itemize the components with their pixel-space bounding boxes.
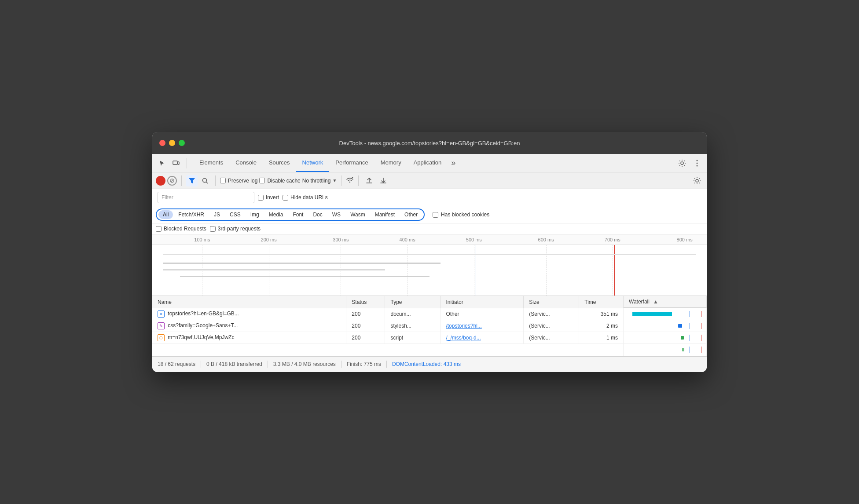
col-header-time[interactable]: Time <box>579 296 624 308</box>
col-header-type[interactable]: Type <box>385 296 441 308</box>
filter-doc[interactable]: Doc <box>308 210 327 219</box>
filter-manifest[interactable]: Manifest <box>371 210 399 219</box>
waterfall-marker-red-2 <box>701 323 701 329</box>
tab-console[interactable]: Console <box>229 154 263 172</box>
cell-waterfall-2 <box>624 320 707 332</box>
cell-size-3: (Servic... <box>524 332 579 343</box>
tab-memory[interactable]: Memory <box>374 154 407 172</box>
filter-input[interactable] <box>158 192 254 203</box>
chart-line-700 <box>613 245 613 296</box>
type-filters-row: All Fetch/XHR JS CSS Img Media Font Doc … <box>152 206 707 223</box>
ruler-mark-300: 300 ms <box>333 237 349 242</box>
waterfall-bar-1 <box>632 312 672 316</box>
invert-checkbox[interactable]: Invert <box>258 194 279 201</box>
stop-button[interactable] <box>167 176 177 186</box>
timeline-overview-bar <box>163 254 696 255</box>
search-icon[interactable] <box>199 175 211 186</box>
toolbar-divider <box>187 158 187 168</box>
tab-elements[interactable]: Elements <box>193 154 229 172</box>
waterfall-marker-red-extra <box>701 347 701 353</box>
second-toolbar-divider3 <box>341 175 341 186</box>
second-toolbar-divider4 <box>358 175 359 186</box>
more-options-icon[interactable] <box>691 157 703 169</box>
second-toolbar-divider2 <box>215 175 216 186</box>
filter-css[interactable]: CSS <box>225 210 245 219</box>
throttle-dropdown[interactable]: No throttling ▼ <box>302 178 337 184</box>
ruler-mark-800: 800 ms <box>677 237 693 242</box>
filter-img[interactable]: Img <box>246 210 264 219</box>
table-row[interactable]: ⬡ m=n73qwf,UUJqVe,MpJwZc 200 script /_/m… <box>152 332 707 343</box>
cell-name-2: ✎ css?family=Google+Sans+T... <box>152 320 346 332</box>
table-row[interactable]: ✎ css?family=Google+Sans+T... 200 styles… <box>152 320 707 332</box>
upload-icon[interactable] <box>363 175 375 187</box>
ruler-mark-200: 200 ms <box>261 237 277 242</box>
network-table-container: Name Status Type Initiator Size Time Wat… <box>152 296 707 356</box>
finish-line <box>614 245 615 296</box>
waterfall-marker-blue-1 <box>690 311 690 317</box>
cell-waterfall-extra <box>624 343 707 356</box>
requests-row: Blocked Requests 3rd-party requests <box>152 223 707 234</box>
col-header-initiator[interactable]: Initiator <box>441 296 524 308</box>
device-toggle-icon[interactable] <box>170 157 182 169</box>
doc-icon: ≡ <box>158 310 165 318</box>
cell-name-1: ≡ topstories?hl=en-GB&gl=GB... <box>152 308 346 320</box>
filter-fetch-xhr[interactable]: Fetch/XHR <box>174 210 209 219</box>
third-party-checkbox[interactable]: 3rd-party requests <box>210 226 261 232</box>
cell-time-3: 1 ms <box>579 332 624 343</box>
footer-resources: 3.3 MB / 4.0 MB resources <box>273 361 336 367</box>
filter-icon[interactable] <box>186 175 198 186</box>
js-icon: ⬡ <box>158 334 165 341</box>
ruler-mark-600: 600 ms <box>538 237 554 242</box>
table-row-extra <box>152 343 707 356</box>
waterfall-bar-container-extra <box>629 347 701 353</box>
status-footer: 18 / 62 requests 0 B / 418 kB transferre… <box>152 356 707 372</box>
blocked-requests-checkbox[interactable]: Blocked Requests <box>156 226 206 232</box>
preserve-log-checkbox[interactable]: Preserve log <box>220 178 257 184</box>
col-header-size[interactable]: Size <box>524 296 579 308</box>
settings-icon[interactable] <box>676 157 688 169</box>
hide-data-urls-checkbox[interactable]: Hide data URLs <box>283 194 328 201</box>
filter-other[interactable]: Other <box>400 210 422 219</box>
tab-sources[interactable]: Sources <box>263 154 296 172</box>
close-button[interactable] <box>159 140 165 146</box>
filter-ws[interactable]: WS <box>328 210 345 219</box>
cursor-icon[interactable] <box>156 157 168 169</box>
cell-status-3: 200 <box>346 332 385 343</box>
cell-waterfall-3 <box>624 332 707 343</box>
minimize-button[interactable] <box>169 140 175 146</box>
maximize-button[interactable] <box>179 140 185 146</box>
chart-line-400 <box>407 245 408 296</box>
waterfall-marker-red-3 <box>701 335 701 341</box>
network-settings-icon[interactable] <box>691 175 703 187</box>
throttle-dropdown-arrow: ▼ <box>332 178 337 183</box>
footer-divider-3 <box>341 361 341 368</box>
table-row[interactable]: ≡ topstories?hl=en-GB&gl=GB... 200 docum… <box>152 308 707 320</box>
waterfall-marker-blue-3 <box>690 335 690 341</box>
tab-application[interactable]: Application <box>407 154 448 172</box>
toolbar-right <box>676 157 703 169</box>
ruler-mark-400: 400 ms <box>400 237 415 242</box>
tab-network[interactable]: Network <box>296 154 330 172</box>
filter-media[interactable]: Media <box>264 210 288 219</box>
waterfall-bar-extra <box>682 348 684 351</box>
svg-point-3 <box>697 160 698 161</box>
download-icon[interactable] <box>377 175 389 187</box>
col-header-waterfall[interactable]: Waterfall ▲ <box>624 296 706 308</box>
chart-line-300 <box>341 245 341 296</box>
filter-js[interactable]: JS <box>209 210 224 219</box>
ruler-mark-700: 700 ms <box>605 237 620 242</box>
has-blocked-cookies-checkbox[interactable]: Has blocked cookies <box>433 212 489 218</box>
second-toolbar: Preserve log Disable cache No throttling… <box>152 172 707 189</box>
cell-waterfall-1 <box>624 308 707 320</box>
filter-all[interactable]: All <box>158 210 173 219</box>
filter-font[interactable]: Font <box>288 210 308 219</box>
col-header-name[interactable]: Name <box>152 296 346 308</box>
filter-wasm[interactable]: Wasm <box>346 210 370 219</box>
svg-line-7 <box>171 179 173 182</box>
disable-cache-checkbox[interactable]: Disable cache <box>259 178 300 184</box>
col-header-status[interactable]: Status <box>346 296 385 308</box>
devtools-body: Elements Console Sources Network Perform… <box>152 154 707 372</box>
record-button[interactable] <box>156 176 165 186</box>
tab-performance[interactable]: Performance <box>329 154 374 172</box>
more-tabs-button[interactable]: » <box>448 158 459 168</box>
